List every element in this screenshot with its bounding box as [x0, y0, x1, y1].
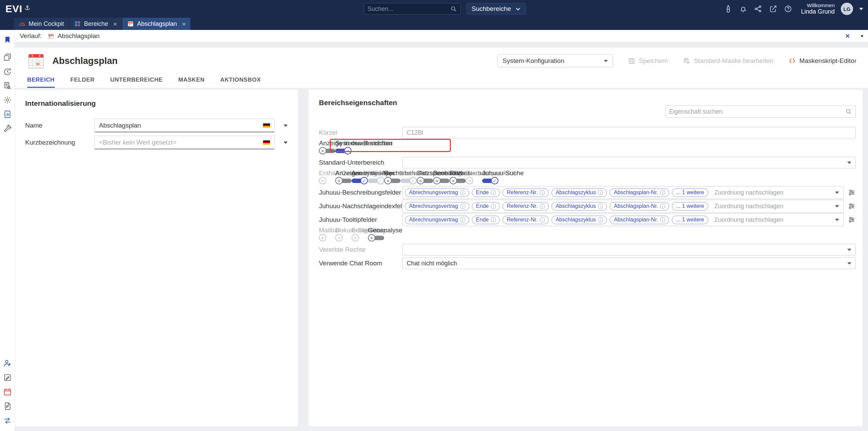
sidebar-document-edit-button[interactable]	[2, 401, 13, 412]
toggle-dokumentenf-hig: ×	[335, 234, 352, 242]
chevron-down-icon[interactable]	[284, 142, 288, 144]
toggle-favorisierbar[interactable]: ×	[449, 177, 466, 184]
chip-abschlagszyklus[interactable]: Abschlagszyklus i	[551, 188, 607, 197]
toggle-anzeigen-in-der-app[interactable]: ×	[335, 177, 352, 184]
chip-abschlagsplan-nr[interactable]: Abschlagsplan-Nr. i	[610, 188, 669, 197]
sidebar-form-search-button[interactable]	[2, 80, 13, 91]
sidebar-window-stack-button[interactable]	[2, 52, 13, 63]
help-icon[interactable]	[784, 5, 792, 13]
chip-abrechnungsvertrag[interactable]: Abrechnungsvertrag i	[405, 188, 469, 197]
chip-abrechnungsvertrag[interactable]: Abrechnungsvertrag i	[405, 202, 469, 211]
bereichseigenschaften-panel: Bereichseigenschaften Kürzel C12Bl Anzei…	[309, 90, 863, 426]
toggle-thumb-cross-icon: ×	[319, 147, 326, 154]
toggle-satzsperre-aktiv[interactable]: ×	[417, 177, 433, 184]
config-select[interactable]: System-Konfiguration	[497, 54, 613, 67]
chip-ende[interactable]: Ende i	[472, 216, 500, 224]
avatar[interactable]: LG	[841, 3, 853, 15]
info-icon: i	[660, 217, 665, 222]
maskenskript-editor-button[interactable]: Maskenskript-Editor	[788, 57, 856, 65]
property-row-geoanalyse: Geoanalyse ×	[368, 227, 384, 238]
evi-logo[interactable]: EVI ⚓	[5, 3, 31, 15]
search-scope-dropdown[interactable]: Suchbereiche	[466, 3, 526, 15]
chip-referenz-nr[interactable]: Referenz-Nr. i	[503, 216, 549, 224]
standard-maske-bearbeiten-button: Standard-Maske bearbeiten	[683, 57, 773, 65]
chips-juhuuu-beschreibungsfelder[interactable]: Abrechnungsvertrag i Ende i Referenz-Nr.…	[402, 186, 844, 199]
chevron-down-icon[interactable]	[859, 8, 863, 10]
toggle-juhuuu-suche[interactable]: ✓	[482, 177, 498, 184]
input-k-rzel[interactable]: C12Bl	[402, 127, 856, 138]
property-row-beobachtbar: Beobachtbar ×	[433, 169, 449, 181]
tab-close-icon[interactable]: ×	[182, 21, 186, 27]
sidebar-swap-button[interactable]	[2, 415, 13, 426]
combo-standard-unterbereich[interactable]	[402, 157, 856, 168]
chip-abschlagsplan-nr[interactable]: Abschlagsplan-Nr. i	[610, 202, 669, 211]
section-tab-aktionsbox[interactable]: AKTIONSBOX	[220, 72, 261, 88]
share-icon[interactable]	[754, 5, 762, 13]
section-tab-felder[interactable]: FELDER	[70, 72, 95, 88]
app-root: EVI ⚓ Suchbereiche Willkommen Linda Grun…	[0, 0, 868, 431]
page-header: Abschlagsplan System-Konfiguration Speic…	[15, 48, 868, 88]
property-row-juhuuu-nachschlageindexfelder: Juhuuu-Nachschlageindexfelder Abrechnung…	[319, 199, 856, 213]
toggle-enth-lt-customizing: ×	[319, 177, 335, 184]
toggle-rechtebehaftet[interactable]: ×	[384, 177, 401, 184]
history-item-abschlagsplan[interactable]: Abschlagsplan	[48, 32, 100, 40]
tab-abschlagsplan[interactable]: Abschlagsplan ×	[122, 18, 190, 30]
combo-verwende-chat-room[interactable]: Chat nicht möglich	[402, 258, 856, 269]
chip-more[interactable]: ... 1 weitere	[672, 188, 708, 197]
chip-more[interactable]: ... 1 weitere	[672, 202, 708, 211]
chip-referenz-nr[interactable]: Referenz-Nr. i	[503, 202, 549, 211]
tab-bereiche[interactable]: Bereiche ×	[69, 18, 122, 30]
section-tab-masken[interactable]: MASKEN	[178, 72, 205, 88]
tune-icon[interactable]	[848, 216, 856, 224]
toggle-thumb-cross-icon: ×	[433, 177, 441, 184]
input-name[interactable]: Abschlagsplan	[95, 119, 275, 132]
combo-vererbte-rechte[interactable]	[402, 244, 856, 255]
chip-abschlagszyklus[interactable]: Abschlagszyklus i	[551, 202, 607, 211]
toggle-anonymisieren[interactable]: ✓	[352, 177, 368, 184]
toggle-systemweit-sichtbar[interactable]: ✓	[335, 147, 352, 154]
sidebar-settings-button[interactable]	[2, 95, 13, 105]
section-tab-unterbereiche[interactable]: UNTERBEREICHE	[110, 72, 163, 88]
chips-juhuuu-tooltipfelder[interactable]: Abrechnungsvertrag i Ende i Referenz-Nr.…	[402, 213, 844, 226]
search-input[interactable]	[368, 5, 450, 13]
chip-ende[interactable]: Ende i	[472, 188, 500, 197]
toggle-thumb-cross-icon: ×	[417, 177, 424, 184]
notifications-icon[interactable]	[739, 5, 747, 13]
chips-juhuuu-nachschlageindexfelder[interactable]: Abrechnungsvertrag i Ende i Referenz-Nr.…	[402, 200, 844, 213]
sidebar-wrench-button[interactable]	[2, 123, 13, 134]
tune-icon[interactable]	[848, 202, 856, 210]
bottle-icon[interactable]	[724, 5, 732, 13]
german-flag-icon	[263, 123, 270, 128]
tune-icon[interactable]	[848, 188, 856, 197]
chip-ende[interactable]: Ende i	[472, 202, 500, 211]
input-kurzbezeichnung[interactable]: <Bisher kein Wert gesetzt>	[95, 136, 275, 149]
property-row-satzsperre-aktiv: Satzsperre aktiv ×	[417, 169, 433, 181]
info-icon: i	[598, 190, 603, 195]
chevron-down-icon	[847, 262, 851, 265]
sidebar-notes-button[interactable]	[2, 372, 13, 383]
sidebar-calendar-button[interactable]	[2, 386, 13, 397]
tab-mein-cockpit[interactable]: Mein Cockpit	[14, 18, 69, 30]
panel-title-internationalisierung: Internationalisierung	[25, 99, 288, 107]
sidebar-history-button[interactable]	[2, 66, 13, 77]
sidebar-bookmark-button[interactable]	[2, 34, 13, 45]
toggle-geoanalyse[interactable]: ×	[368, 234, 384, 242]
sidebar-report-button[interactable]	[2, 109, 13, 120]
chip-abschlagsplan-nr[interactable]: Abschlagsplan-Nr. i	[610, 216, 669, 224]
toggle-beobachtbar[interactable]: ×	[433, 177, 449, 184]
property-search-input[interactable]	[669, 108, 845, 115]
chip-more[interactable]: ... 1 weitere	[672, 216, 708, 224]
chevron-down-icon[interactable]	[284, 125, 288, 127]
toggle-produktspezifisch: ×	[466, 177, 482, 184]
history-menu-caret-icon[interactable]: ▾	[861, 33, 863, 39]
close-icon[interactable]: ×	[846, 32, 850, 40]
sidebar-user-star-button[interactable]	[2, 358, 13, 369]
chip-abschlagszyklus[interactable]: Abschlagszyklus i	[551, 216, 607, 224]
section-tab-bereich[interactable]: BEREICH	[27, 72, 55, 88]
compose-icon[interactable]	[769, 5, 777, 13]
tab-close-icon[interactable]: ×	[113, 21, 117, 27]
topbar-right: Willkommen Linda Grund LG	[724, 0, 863, 18]
chip-abrechnungsvertrag[interactable]: Abrechnungsvertrag i	[405, 216, 469, 224]
chip-referenz-nr[interactable]: Referenz-Nr. i	[503, 188, 549, 197]
toggle-anzeige-in-den-bereichen[interactable]: ×	[319, 147, 335, 154]
